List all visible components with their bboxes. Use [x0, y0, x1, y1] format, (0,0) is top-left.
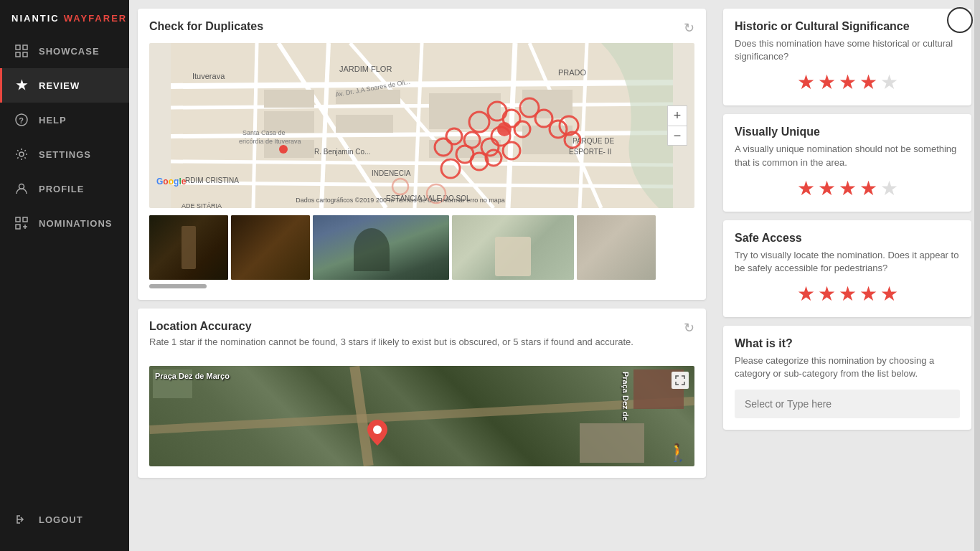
star-5[interactable]: ★ — [880, 176, 898, 200]
star-5[interactable]: ★ — [880, 70, 898, 94]
star-1[interactable]: ★ — [797, 282, 815, 306]
sidebar-item-label: SETTINGS — [39, 149, 91, 160]
expand-map-button[interactable] — [672, 372, 689, 389]
svg-rect-30 — [336, 115, 393, 133]
sidebar-item-help[interactable]: ? HELP — [0, 103, 129, 137]
svg-text:R. Benjamin Co...: R. Benjamin Co... — [314, 148, 370, 156]
showcase-icon — [14, 44, 29, 58]
safe-access-title: Safe Access — [735, 232, 960, 245]
star-5[interactable]: ★ — [880, 282, 898, 306]
historic-desc: Does this nomination have some historica… — [735, 37, 960, 63]
satellite-label-2: Praça Dez de — [621, 372, 630, 420]
sidebar-item-label: NOMINATIONS — [39, 218, 112, 229]
historic-card: Historic or Cultural Significance Does t… — [723, 9, 971, 105]
logout-label: LOGOUT — [39, 514, 83, 525]
star-1[interactable]: ★ — [797, 176, 815, 200]
nominations-icon — [14, 216, 29, 230]
zoom-in-button[interactable]: + — [667, 105, 687, 126]
duplicates-map[interactable]: Ituverava JARDIM FLOR PRADO R. Benjamin … — [149, 43, 694, 208]
zoom-out-button[interactable]: − — [667, 126, 687, 146]
sidebar-bottom: LOGOUT — [0, 502, 129, 551]
main-content: Check for Duplicates ↻ — [129, 0, 980, 551]
svg-rect-8 — [16, 217, 20, 222]
photo-thumb[interactable] — [577, 215, 656, 280]
help-icon: ? — [14, 113, 29, 127]
sidebar-item-label: SHOWCASE — [39, 46, 100, 57]
visually-unique-title: Visually Unique — [735, 126, 960, 138]
review-icon: ★ — [14, 78, 29, 93]
duplicates-refresh-icon[interactable]: ↻ — [684, 20, 694, 36]
sidebar-item-label: PROFILE — [39, 184, 84, 194]
satellite-building — [580, 423, 644, 463]
location-card-titles: Location Accuracy Rate 1 star if the nom… — [149, 320, 633, 357]
svg-point-70 — [497, 122, 512, 136]
scrollbar[interactable] — [974, 0, 980, 551]
svg-rect-9 — [23, 217, 27, 222]
profile-circle[interactable] — [947, 7, 973, 33]
photo-thumb[interactable] — [452, 215, 574, 280]
safe-access-stars: ★ ★ ★ ★ ★ — [735, 282, 960, 306]
svg-rect-3 — [23, 52, 27, 57]
svg-text:RDIM CRISTINA: RDIM CRISTINA — [185, 176, 239, 184]
historic-title: Historic or Cultural Significance — [735, 20, 960, 33]
category-input[interactable] — [735, 390, 960, 418]
sidebar-item-nominations[interactable]: NOMINATIONS — [0, 206, 129, 240]
star-3[interactable]: ★ — [839, 176, 857, 200]
google-logo: Google — [156, 176, 186, 187]
street-view-person: 🚶 — [667, 443, 689, 463]
what-title: What is it? — [735, 337, 960, 350]
visually-unique-card: Visually Unique A visually unique nomina… — [723, 114, 971, 211]
star-4[interactable]: ★ — [859, 282, 877, 306]
svg-text:PRADO: PRADO — [558, 68, 587, 77]
location-refresh-icon[interactable]: ↻ — [684, 320, 694, 336]
duplicates-card: Check for Duplicates ↻ — [138, 9, 706, 300]
star-2[interactable]: ★ — [818, 282, 836, 306]
sidebar-item-label: REVIEW — [39, 80, 80, 91]
map-credits: Dados cartográficos ©2019 200 m Termos d… — [149, 197, 651, 204]
photo-thumb[interactable] — [149, 215, 228, 280]
svg-text:Santa Casa de: Santa Casa de — [242, 129, 286, 136]
svg-text:ESPORTE- II: ESPORTE- II — [569, 148, 611, 156]
photo-strip — [149, 215, 694, 280]
duplicates-card-header: Check for Duplicates ↻ — [149, 20, 694, 36]
logo-niantic: NIANTIC — [11, 13, 60, 24]
svg-text:JARDIM FLOR: JARDIM FLOR — [339, 65, 392, 73]
sidebar-item-showcase[interactable]: SHOWCASE — [0, 34, 129, 68]
svg-text:ericórdia de Ituverava: ericórdia de Ituverava — [239, 138, 301, 145]
sidebar-nav: SHOWCASE ★ REVIEW ? HELP SETTINGS — [0, 34, 129, 502]
star-3[interactable]: ★ — [839, 282, 857, 306]
photo-thumb[interactable] — [231, 215, 310, 280]
star-2[interactable]: ★ — [818, 176, 836, 200]
what-is-it-card: What is it? Please categorize this nomin… — [723, 326, 971, 429]
photo-scrollbar[interactable] — [149, 284, 207, 288]
map-zoom-controls: + − — [667, 105, 687, 146]
logo-wayfarer: WAYFARER — [64, 13, 127, 24]
svg-rect-1 — [23, 45, 27, 50]
star-1[interactable]: ★ — [797, 70, 815, 94]
svg-rect-0 — [16, 45, 20, 50]
photo-thumb[interactable] — [313, 215, 449, 280]
sidebar: NIANTIC WAYFARER SHOWCASE ★ REVIEW — [0, 0, 129, 551]
svg-rect-35 — [264, 90, 314, 108]
star-2[interactable]: ★ — [818, 70, 836, 94]
satellite-label-1: Praça Dez de Março — [155, 372, 230, 380]
star-4[interactable]: ★ — [859, 70, 877, 94]
star-4[interactable]: ★ — [859, 176, 877, 200]
visually-unique-stars: ★ ★ ★ ★ ★ — [735, 176, 960, 200]
sidebar-item-settings[interactable]: SETTINGS — [0, 137, 129, 171]
visually-unique-desc: A visually unique nomination should not … — [735, 143, 960, 169]
svg-text:?: ? — [19, 116, 24, 125]
what-desc: Please categorize this nomination by cho… — [735, 354, 960, 380]
svg-rect-2 — [16, 52, 20, 57]
duplicates-title: Check for Duplicates — [149, 20, 263, 33]
sidebar-item-label: HELP — [39, 115, 67, 126]
sidebar-item-review[interactable]: ★ REVIEW — [0, 68, 129, 103]
left-panel: Check for Duplicates ↻ — [129, 0, 715, 551]
sidebar-item-profile[interactable]: PROFILE — [0, 171, 129, 206]
location-subtitle: Rate 1 star if the nomination cannot be … — [149, 336, 633, 349]
logout-button[interactable]: LOGOUT — [0, 502, 129, 537]
star-3[interactable]: ★ — [839, 70, 857, 94]
safe-access-card: Safe Access Try to visually locate the n… — [723, 220, 971, 317]
svg-text:INDENECIA: INDENECIA — [372, 169, 411, 177]
satellite-map[interactable]: Praça Dez de Março Praça Dez de 🚶 — [149, 366, 694, 466]
